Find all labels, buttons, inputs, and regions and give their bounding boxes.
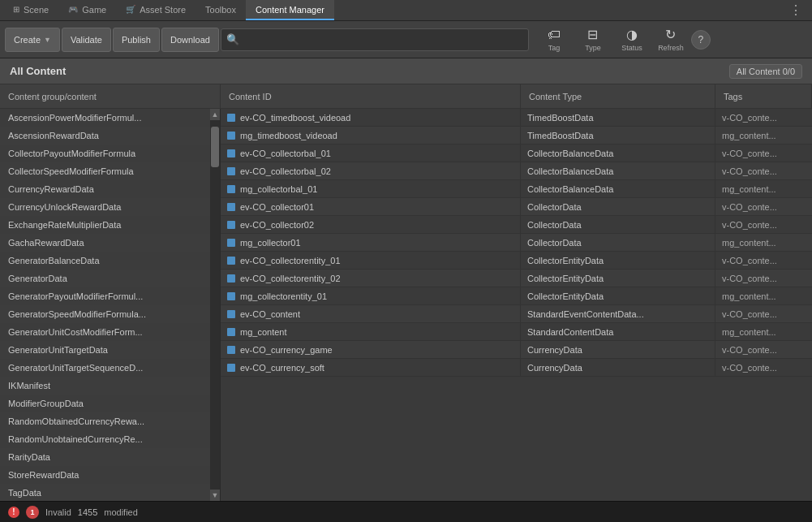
table-row[interactable]: mg_collector01CollectorDatamg_content... — [221, 234, 812, 252]
type-cell: CollectorBalanceData — [521, 162, 715, 179]
status-button[interactable]: ◑ Status — [613, 24, 651, 56]
table-row[interactable]: ev-CO_timedboost_videoadTimedBoostDatav-… — [221, 109, 812, 127]
table-row[interactable]: ev-CO_contentStandardEventContentData...… — [221, 305, 812, 323]
modified-count: 1455 — [78, 507, 97, 517]
group-list-item[interactable]: CurrencyUnlockRewardData — [0, 198, 210, 216]
group-list-item[interactable]: GeneratorSpeedModifierFormula... — [0, 305, 210, 323]
toolbar-right: 🏷 Tag ⊟ Type ◑ Status ↻ Refresh ? — [535, 24, 711, 56]
publish-button[interactable]: Publish — [113, 28, 160, 52]
type-cell: CollectorData — [521, 198, 715, 215]
id-cell: ev-CO_currency_soft — [221, 359, 521, 376]
type-cell: CollectorEntityData — [521, 252, 715, 269]
game-icon: 🎮 — [68, 5, 78, 14]
tab-scene[interactable]: ⊞ Scene — [3, 0, 58, 20]
row-icon — [227, 292, 235, 300]
id-cell: ev-CO_timedboost_videoad — [221, 109, 521, 126]
group-list-item[interactable]: ExchangeRateMultiplierData — [0, 216, 210, 234]
table-row[interactable]: mg_timedboost_videoadTimedBoostDatamg_co… — [221, 127, 812, 145]
search-input[interactable] — [244, 35, 523, 45]
tab-content-manager[interactable]: Content Manager — [246, 0, 334, 20]
group-list-item[interactable]: CollectorPayoutModifierFormula — [0, 145, 210, 162]
group-list-item[interactable]: ModifierGroupData — [0, 395, 210, 412]
refresh-button[interactable]: ↻ Refresh — [652, 24, 690, 56]
tags-cell: v-CO_conte... — [715, 145, 812, 162]
group-list-item[interactable]: GachaRewardData — [0, 234, 210, 252]
row-icon — [227, 239, 235, 247]
table-row[interactable]: mg_collectorbal_01CollectorBalanceDatamg… — [221, 180, 812, 198]
id-cell: mg_collectorbal_01 — [221, 180, 521, 197]
tags-cell: v-CO_conte... — [715, 162, 812, 179]
row-icon — [227, 274, 235, 283]
table-row[interactable]: ev-CO_collectorbal_02CollectorBalanceDat… — [221, 162, 812, 180]
table-row[interactable]: ev-CO_collectorentity_01CollectorEntityD… — [221, 252, 812, 270]
tab-game[interactable]: 🎮 Game — [58, 0, 116, 20]
download-button[interactable]: Download — [161, 28, 219, 52]
table-row[interactable]: ev-CO_collector02CollectorDatav-CO_conte… — [221, 216, 812, 234]
tags-cell: v-CO_conte... — [715, 109, 812, 126]
type-cell: StandardEventContentData... — [521, 305, 715, 322]
error-count-badge: 1 — [26, 506, 39, 519]
group-list-item[interactable]: GeneratorData — [0, 270, 210, 287]
id-cell: ev-CO_collectorbal_02 — [221, 162, 521, 179]
table-row[interactable]: ev-CO_currency_gameCurrencyDatav-CO_cont… — [221, 341, 812, 359]
group-list-item[interactable]: RandomObtainedCurrencyRewa... — [0, 412, 210, 430]
table-row[interactable]: mg_collectorentity_01CollectorEntityData… — [221, 287, 812, 305]
table-row[interactable]: mg_contentStandardContentDatamg_content.… — [221, 323, 812, 341]
search-icon: 🔍 — [226, 33, 239, 45]
group-list-item[interactable]: GeneratorUnitTargetSequenceD... — [0, 359, 210, 377]
group-list-item[interactable]: AscensionPowerModifierFormul... — [0, 109, 210, 127]
left-panel: AscensionPowerModifierFormul...Ascension… — [0, 109, 221, 501]
group-list-item[interactable]: RandomUnobtainedCurrencyRe... — [0, 430, 210, 448]
left-scrollbar[interactable]: ▲ ▼ — [210, 109, 220, 501]
row-icon — [227, 114, 235, 122]
type-icon: ⊟ — [587, 27, 598, 42]
col-header-id[interactable]: Content ID — [221, 84, 521, 108]
row-icon — [227, 132, 235, 140]
tags-cell: mg_content... — [715, 323, 812, 340]
type-cell: CollectorEntityData — [521, 270, 715, 287]
table-row[interactable]: ev-CO_collectorbal_01CollectorBalanceDat… — [221, 145, 812, 162]
scrollbar-track[interactable] — [210, 120, 220, 490]
type-button[interactable]: ⊟ Type — [574, 24, 612, 56]
row-icon — [227, 364, 235, 372]
create-button[interactable]: Create ▼ — [5, 28, 60, 52]
scrollbar-thumb[interactable] — [211, 127, 219, 167]
group-list-item[interactable]: StoreRewardData — [0, 466, 210, 484]
tab-asset-store[interactable]: 🛒 Asset Store — [116, 0, 195, 20]
scrollbar-up-arrow[interactable]: ▲ — [210, 109, 220, 120]
col-header-type[interactable]: Content Type — [521, 84, 715, 108]
tab-toolbox[interactable]: Toolbox — [195, 0, 246, 20]
group-list-item[interactable]: RarityData — [0, 448, 210, 466]
group-list-item[interactable]: CurrencyRewardData — [0, 180, 210, 198]
error-icon: ! — [8, 507, 19, 518]
help-button[interactable]: ? — [691, 30, 711, 50]
group-list-item[interactable]: GeneratorPayoutModifierFormul... — [0, 287, 210, 305]
scrollbar-down-arrow[interactable]: ▼ — [210, 490, 220, 501]
table-row[interactable]: ev-CO_collectorentity_02CollectorEntityD… — [221, 270, 812, 287]
content-header: All Content All Content 0/0 — [0, 58, 812, 84]
tab-bar: ⊞ Scene 🎮 Game 🛒 Asset Store Toolbox Con… — [0, 0, 812, 21]
type-cell: CollectorData — [521, 216, 715, 233]
table-row[interactable]: ev-CO_currency_softCurrencyDatav-CO_cont… — [221, 359, 812, 377]
search-box[interactable]: 🔍 — [221, 28, 529, 51]
group-list-item[interactable]: TagData — [0, 484, 210, 501]
tags-cell: mg_content... — [715, 127, 812, 144]
col-header-group[interactable]: Content group/content — [0, 84, 221, 108]
id-cell: ev-CO_collector01 — [221, 198, 521, 215]
group-list-item[interactable]: GeneratorBalanceData — [0, 252, 210, 270]
group-list-item[interactable]: GeneratorUnitTargetData — [0, 341, 210, 359]
row-icon — [227, 221, 235, 229]
group-list-item[interactable]: CollectorSpeedModifierFormula — [0, 162, 210, 180]
validate-button[interactable]: Validate — [62, 28, 111, 52]
group-list-item[interactable]: IKManifest — [0, 377, 210, 395]
group-list-item[interactable]: GeneratorUnitCostModifierForm... — [0, 323, 210, 341]
tag-button[interactable]: 🏷 Tag — [535, 24, 573, 56]
row-icon — [227, 167, 235, 175]
tags-cell: v-CO_conte... — [715, 198, 812, 215]
table-row[interactable]: ev-CO_collector01CollectorDatav-CO_conte… — [221, 198, 812, 216]
asset-store-icon: 🛒 — [126, 5, 135, 14]
tab-more-button[interactable]: ⋮ — [783, 0, 809, 21]
type-cell: CollectorData — [521, 234, 715, 251]
col-header-tags[interactable]: Tags — [715, 84, 812, 108]
group-list-item[interactable]: AscensionRewardData — [0, 127, 210, 145]
